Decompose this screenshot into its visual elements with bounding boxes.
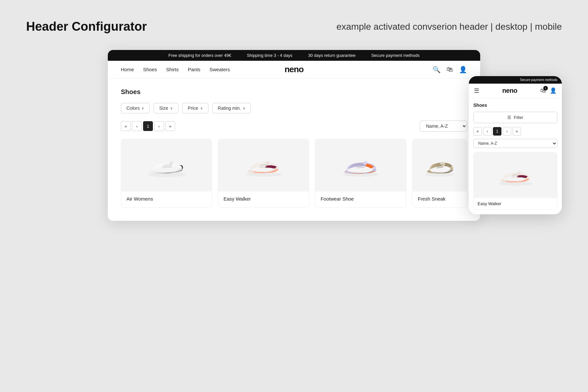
announcement-item-4: Secure payment methods (371, 53, 419, 58)
announcement-item-2: Shipping time 3 - 4 days (247, 53, 292, 58)
svg-line-15 (436, 167, 443, 168)
mobile-product-info-easy-walker: Easy Walker (474, 198, 557, 209)
svg-line-3 (162, 167, 172, 168)
mobile-page-prev[interactable]: ‹ (483, 127, 492, 136)
filters-row: Colors Size Price Rating min. (121, 103, 467, 113)
mobile-page-first[interactable]: « (473, 127, 482, 136)
nav-link-home[interactable]: Home (121, 67, 134, 72)
nav-link-shirts[interactable]: Shirts (166, 67, 179, 72)
mobile-sort-select[interactable]: Name, A-Z Name, Z-A Price Low-High Price… (473, 139, 557, 148)
product-grid: Air Womens (121, 139, 467, 208)
shoe-svg-fresh-sneak (422, 152, 458, 178)
page-header: Header Configurator example activated co… (26, 20, 562, 34)
mobile-nav: ☰ neno 🛍 1 👤 (469, 84, 562, 98)
mobile-pagination: « ‹ 1 › » (473, 127, 557, 136)
product-info-fresh-sneak: Fresh Sneak (413, 191, 467, 207)
desktop-nav: Home Shoes Shirts Pants Sweaters neno 🔍 … (108, 61, 480, 78)
mobile-mockup: Secure payment methods ☰ neno 🛍 1 👤 Shoe… (469, 76, 562, 214)
product-info-easy-walker: Easy Walker (218, 191, 309, 207)
mobile-content: Shoes ☰ Filter « ‹ 1 › » Name, A-Z Name,… (469, 98, 562, 214)
nav-link-sweaters[interactable]: Sweaters (209, 67, 230, 72)
shoe-svg-footwear (338, 152, 384, 178)
product-name-air-womens: Air Womens (126, 196, 206, 202)
search-icon[interactable]: 🔍 (433, 66, 441, 74)
mobile-filter-button[interactable]: ☰ Filter (473, 112, 557, 123)
page-next[interactable]: › (154, 121, 164, 131)
nav-link-pants[interactable]: Pants (188, 67, 200, 72)
announcement-item-1: Free shipping for orders over 49€ (168, 53, 231, 58)
desktop-mockup: Free shipping for orders over 49€ Shippi… (108, 50, 480, 221)
svg-line-11 (356, 167, 365, 168)
pagination-row: « ‹ 1 › » Name, A-Z Name, Z-A Price Low-… (121, 121, 467, 132)
mobile-cart-icon[interactable]: 🛍 1 (540, 88, 546, 94)
mobile-nav-icons: 🛍 1 👤 (540, 87, 557, 94)
nav-icons: 🔍 🛍 👤 (433, 66, 467, 74)
product-name-footwear: Footwear Shoe (320, 196, 400, 202)
announcement-bar: Free shipping for orders over 49€ Shippi… (108, 50, 480, 61)
page-title: Header Configurator (26, 20, 147, 34)
product-card-footwear[interactable]: Footwear Shoe (315, 139, 406, 208)
product-image-air-womens (121, 139, 212, 191)
user-icon[interactable]: 👤 (459, 66, 467, 74)
mockups-container: Free shipping for orders over 49€ Shippi… (26, 50, 562, 221)
product-card-easy-walker[interactable]: Easy Walker (218, 139, 309, 208)
page-first[interactable]: « (121, 121, 131, 131)
product-image-footwear (315, 139, 406, 191)
hamburger-icon[interactable]: ☰ (474, 87, 479, 94)
product-area: Shoes Colors Size Price Rating min. « ‹ … (108, 78, 480, 221)
sort-select[interactable]: Name, A-Z Name, Z-A Price Low-High Price… (420, 121, 467, 132)
product-name-fresh-sneak: Fresh Sneak (418, 196, 462, 202)
mobile-announcement-text: Secure payment methods (520, 78, 557, 82)
mobile-logo[interactable]: neno (502, 87, 517, 94)
filter-price[interactable]: Price (182, 103, 208, 113)
pagination: « ‹ 1 › » (121, 121, 175, 131)
product-info-footwear: Footwear Shoe (315, 191, 406, 207)
shoe-svg-easy-walker (241, 152, 286, 178)
mobile-page-next[interactable]: › (503, 127, 511, 136)
mobile-category-title: Shoes (473, 103, 557, 108)
mobile-page-last[interactable]: » (513, 127, 521, 136)
nav-link-shoes[interactable]: Shoes (143, 67, 157, 72)
nav-links: Home Shoes Shirts Pants Sweaters (121, 67, 433, 72)
product-card-fresh-sneak[interactable]: Fresh Sneak (412, 139, 467, 208)
mobile-shoe-svg-easy-walker (494, 159, 537, 191)
filter-size[interactable]: Size (154, 103, 178, 113)
product-name-easy-walker: Easy Walker (223, 196, 303, 202)
page-last[interactable]: » (165, 121, 175, 131)
product-info-air-womens: Air Womens (121, 191, 212, 207)
desktop-category-title: Shoes (121, 88, 467, 96)
mobile-page-1[interactable]: 1 (493, 127, 501, 136)
page-prev[interactable]: ‹ (132, 121, 142, 131)
desktop-logo[interactable]: neno (285, 64, 303, 74)
shoe-svg-air-womens (144, 152, 189, 178)
mobile-announcement-bar: Secure payment methods (469, 76, 562, 84)
product-card-air-womens[interactable]: Air Womens (121, 139, 212, 208)
mobile-product-image-easy-walker (474, 152, 557, 198)
cart-icon[interactable]: 🛍 (447, 66, 453, 73)
product-image-easy-walker (218, 139, 309, 191)
page-1[interactable]: 1 (143, 121, 153, 131)
mobile-product-name-easy-walker: Easy Walker (478, 201, 553, 206)
page-subtitle: example activated convserion header | de… (336, 22, 562, 32)
mobile-filter-label: Filter (514, 115, 523, 120)
filter-rating[interactable]: Rating min. (212, 103, 251, 113)
mobile-user-icon[interactable]: 👤 (550, 87, 557, 94)
announcement-item-3: 30 days return guarantee (308, 53, 355, 58)
mobile-product-card-easy-walker[interactable]: Easy Walker (473, 152, 557, 210)
cart-badge: 1 (543, 86, 548, 90)
filter-colors[interactable]: Colors (121, 103, 150, 113)
filter-icon: ☰ (507, 115, 511, 120)
product-image-fresh-sneak (413, 139, 467, 191)
